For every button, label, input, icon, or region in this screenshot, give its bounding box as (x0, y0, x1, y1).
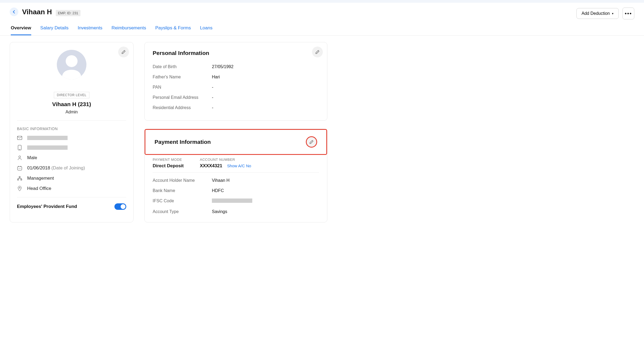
email-redacted (27, 136, 68, 140)
person-icon (57, 50, 86, 79)
svg-point-8 (19, 168, 19, 169)
doj-row: 01/06/2018 (Date of Joining) (17, 165, 126, 171)
personal-info-card: Personal Information Date of Birth27/05/… (144, 42, 327, 121)
page-title: Vihaan H (22, 8, 52, 16)
divider (153, 172, 319, 173)
back-button[interactable] (10, 8, 18, 16)
epf-label: Employees' Provident Fund (17, 204, 77, 209)
dob-key: Date of Birth (153, 64, 212, 69)
mail-icon (17, 136, 22, 140)
email-row (17, 136, 126, 140)
bank-name-key: Bank Name (153, 188, 212, 193)
tabs: Overview Salary Details Investments Reim… (0, 19, 644, 36)
tab-salary-details[interactable]: Salary Details (40, 25, 69, 35)
edit-payment-button[interactable] (306, 136, 317, 148)
emp-id-badge: EMP. ID: 231 (56, 10, 80, 16)
doj-value: 01/06/2018 (Date of Joining) (27, 165, 85, 171)
location-row: Head Office (17, 186, 126, 191)
acct-holder-key: Account Holder Name (153, 178, 212, 183)
tab-overview[interactable]: Overview (11, 25, 31, 35)
dob-val: 27/05/1992 (212, 64, 233, 69)
employee-name: Vihaan H (231) (52, 101, 91, 107)
basic-info-label: BASIC INFORMATION (17, 127, 126, 131)
payment-mode-label: PAYMENT MODE (153, 158, 184, 162)
location-icon (17, 186, 22, 191)
svg-point-14 (19, 187, 20, 188)
address-key: Residential Address (153, 105, 212, 110)
tab-investments[interactable]: Investments (78, 25, 102, 35)
pan-key: PAN (153, 85, 212, 90)
calendar-icon (17, 166, 22, 170)
svg-point-10 (20, 168, 21, 169)
employee-role: Admin (65, 110, 78, 114)
account-number-value: XXXX4321 (200, 163, 222, 168)
personal-info-title: Personal Information (153, 50, 319, 56)
person-outline-icon (17, 155, 22, 160)
divider (17, 197, 126, 197)
tab-loans[interactable]: Loans (200, 25, 212, 35)
show-account-link[interactable]: Show A/C No (227, 163, 251, 168)
svg-rect-13 (21, 179, 22, 180)
payment-info-card: Payment Information PAYMENT MODE Direct … (144, 129, 327, 222)
edit-profile-button[interactable] (118, 47, 129, 57)
svg-point-9 (19, 168, 20, 169)
tab-reimbursements[interactable]: Reimbursements (111, 25, 146, 35)
email-key: Personal Email Address (153, 95, 212, 100)
acct-type-key: Account Type (153, 209, 212, 214)
bank-name-val: HDFC (212, 188, 224, 193)
org-icon (17, 176, 22, 180)
level-badge: DIRECTOR LEVEL (54, 92, 89, 98)
payment-highlight-box: Payment Information (145, 129, 327, 155)
divider (17, 120, 126, 121)
svg-rect-11 (19, 176, 20, 177)
pencil-icon (121, 50, 126, 54)
pencil-icon (309, 140, 314, 144)
acct-holder-val: Vihaan H (212, 178, 230, 183)
pencil-icon (315, 50, 320, 54)
pan-val: - (212, 85, 213, 90)
phone-redacted (27, 145, 68, 150)
payment-info-title: Payment Information (155, 139, 211, 145)
ifsc-key: IFSC Code (153, 199, 212, 204)
gender-value: Male (27, 155, 37, 161)
father-key: Father's Name (153, 75, 212, 79)
doj-date: 01/06/2018 (27, 165, 50, 170)
ifsc-val (212, 199, 252, 204)
more-icon: ••• (625, 11, 632, 17)
svg-rect-12 (18, 179, 19, 180)
address-val: - (212, 105, 213, 110)
father-val: Hari (212, 75, 220, 79)
avatar (57, 50, 86, 79)
svg-point-0 (66, 55, 78, 67)
tab-payslips-forms[interactable]: Payslips & Forms (155, 25, 191, 35)
caret-down-icon: ▾ (612, 12, 614, 15)
ifsc-redacted (212, 199, 252, 203)
more-button[interactable]: ••• (622, 8, 634, 19)
acct-type-val: Savings (212, 209, 227, 214)
epf-toggle[interactable] (114, 203, 126, 210)
profile-card: DIRECTOR LEVEL Vihaan H (231) Admin BASI… (10, 42, 134, 222)
department-value: Management (27, 176, 54, 181)
edit-personal-button[interactable] (312, 47, 323, 57)
phone-icon (17, 145, 22, 150)
doj-hint: (Date of Joining) (51, 165, 85, 170)
email-val: - (212, 95, 213, 100)
add-deduction-label: Add Deduction (582, 11, 610, 16)
account-number-label: ACCOUNT NUMBER (200, 158, 251, 162)
add-deduction-button[interactable]: Add Deduction ▾ (576, 8, 619, 19)
payment-mode-value: Direct Deposit (153, 163, 184, 169)
chevron-left-icon (13, 10, 15, 14)
location-value: Head Office (27, 186, 51, 191)
gender-row: Male (17, 155, 126, 161)
svg-point-4 (19, 156, 21, 158)
department-row: Management (17, 176, 126, 181)
svg-rect-2 (18, 145, 21, 150)
phone-row (17, 145, 126, 150)
svg-rect-1 (18, 136, 22, 140)
